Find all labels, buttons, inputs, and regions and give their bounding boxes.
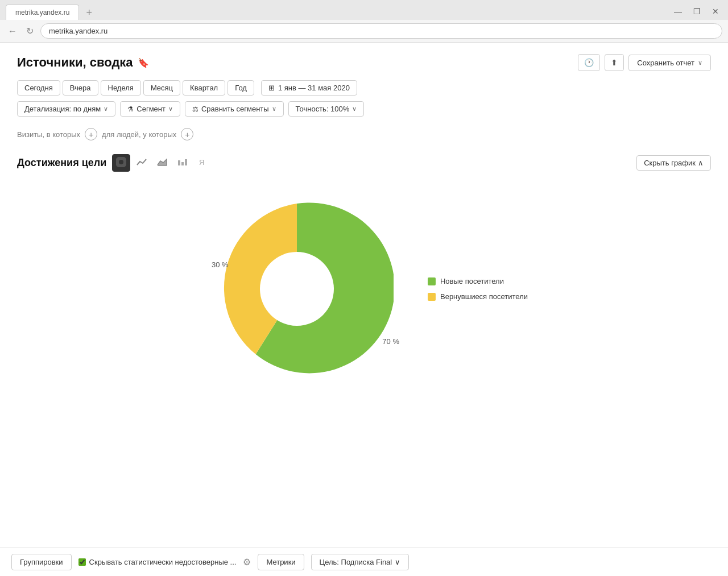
export-button[interactable]: ⬆ [605, 54, 624, 71]
add-people-condition-button[interactable]: + [181, 128, 193, 140]
main-content: Источники, сводка 🔖 🕐 ⬆ Сохранить отчет … [0, 43, 728, 425]
segment-row: Визиты, в которых + для людей, у которых… [17, 128, 711, 140]
donut-chart: 30 % 70 % [200, 192, 394, 386]
chart-type-bar[interactable] [173, 155, 192, 171]
legend-label-new: Новые посетители [440, 277, 504, 285]
refresh-button[interactable]: ↻ [24, 24, 36, 38]
accuracy-chevron: ∨ [352, 105, 357, 113]
filter-today[interactable]: Сегодня [17, 80, 60, 96]
yandex-icon: Я [198, 158, 208, 167]
chart-container: 30 % 70 % [17, 181, 711, 397]
minimize-button[interactable]: — [671, 6, 685, 17]
hide-chart-button[interactable]: Скрыть график ∧ [636, 155, 711, 171]
people-middle: для людей, у которых [102, 130, 176, 139]
chart-title-row: Достижения цели [17, 154, 212, 172]
window-controls: — ❐ ✕ [671, 6, 722, 19]
browser-tab[interactable]: metrika.yandex.ru [6, 5, 79, 20]
bookmark-icon[interactable]: 🔖 [138, 57, 149, 68]
segment-label: Сегмент [136, 105, 166, 113]
compare-filter-icon: ⚖ [192, 105, 198, 113]
svg-text:Я: Я [199, 158, 204, 167]
detail-chevron: ∨ [104, 105, 108, 113]
filter-yesterday[interactable]: Вчера [63, 80, 98, 96]
chart-header: Достижения цели [17, 154, 711, 172]
hide-chart-chevron: ∧ [698, 159, 704, 167]
line-icon [136, 158, 147, 166]
header-actions: 🕐 ⬆ Сохранить отчет ∨ [578, 54, 711, 71]
maximize-button[interactable]: ❐ [690, 6, 704, 17]
chart-type-area[interactable] [153, 155, 171, 171]
add-visit-condition-button[interactable]: + [85, 128, 97, 140]
chart-legend: Новые посетители Вернувшиеся посетители [428, 277, 528, 301]
visits-prefix: Визиты, в которых [17, 130, 80, 139]
svg-point-2 [119, 160, 123, 164]
page-title: Источники, сводка [17, 55, 133, 70]
browser-chrome: metrika.yandex.ru + — ❐ ✕ ← ↻ [0, 0, 728, 43]
area-icon [157, 158, 167, 166]
back-button[interactable]: ← [6, 25, 19, 38]
detail-label: Детализация: по дням [24, 105, 101, 113]
filter-week[interactable]: Неделя [101, 80, 141, 96]
close-button[interactable]: ✕ [709, 6, 722, 17]
detail-dropdown[interactable]: Детализация: по дням ∨ [17, 101, 115, 117]
label-30-pct: 30 % [212, 260, 229, 269]
save-report-chevron: ∨ [698, 59, 702, 67]
compare-dropdown[interactable]: ⚖ Сравнить сегменты ∨ [185, 101, 284, 117]
hide-chart-label: Скрыть график [644, 159, 696, 167]
address-bar-row: ← ↻ [0, 20, 728, 42]
tab-bar: metrika.yandex.ru + — ❐ ✕ [0, 0, 728, 20]
history-button[interactable]: 🕐 [578, 54, 600, 71]
calendar-icon: ⊞ [268, 84, 275, 92]
secondary-filters: Детализация: по дням ∨ ⚗ Сегмент ∨ ⚖ Сра… [17, 101, 711, 117]
filter-year[interactable]: Год [228, 80, 254, 96]
chart-type-buttons: Я [112, 154, 212, 172]
compare-label: Сравнить сегменты [201, 105, 269, 113]
legend-label-returning: Вернувшиеся посетители [440, 292, 528, 301]
filter-quarter[interactable]: Квартал [183, 80, 225, 96]
segment-dropdown[interactable]: ⚗ Сегмент ∨ [120, 101, 180, 117]
legend-item-returning: Вернувшиеся посетители [428, 292, 528, 301]
accuracy-dropdown[interactable]: Точность: 100% ∨ [288, 101, 365, 117]
address-input[interactable] [40, 23, 722, 39]
page-header: Источники, сводка 🔖 🕐 ⬆ Сохранить отчет … [17, 54, 711, 71]
filter-month[interactable]: Месяц [143, 80, 180, 96]
chart-type-yandex[interactable]: Я [194, 155, 212, 171]
date-range-label: 1 янв — 31 мая 2020 [278, 84, 350, 92]
chart-type-donut[interactable] [112, 154, 130, 172]
chart-section: Достижения цели [17, 154, 711, 397]
segment-chevron: ∨ [168, 105, 173, 113]
chart-title: Достижения цели [17, 157, 106, 169]
compare-chevron: ∨ [272, 105, 276, 113]
segment-filter-icon: ⚗ [127, 105, 134, 113]
svg-rect-5 [185, 159, 187, 165]
new-tab-button[interactable]: + [82, 6, 96, 19]
legend-color-green [428, 277, 436, 285]
chart-type-line[interactable] [133, 155, 151, 171]
accuracy-label: Точность: 100% [296, 105, 350, 113]
svg-point-7 [260, 252, 334, 326]
label-70-pct: 70 % [382, 337, 399, 346]
donut-svg [200, 192, 394, 386]
svg-rect-4 [181, 162, 184, 165]
date-filters: Сегодня Вчера Неделя Месяц Квартал Год ⊞… [17, 80, 711, 96]
save-report-button[interactable]: Сохранить отчет ∨ [628, 55, 711, 71]
page-title-row: Источники, сводка 🔖 [17, 55, 149, 70]
svg-rect-3 [178, 160, 180, 165]
date-range-button[interactable]: ⊞ 1 янв — 31 мая 2020 [261, 80, 357, 96]
legend-color-yellow [428, 293, 436, 301]
save-report-label: Сохранить отчет [637, 59, 694, 67]
bar-icon [177, 158, 188, 166]
legend-item-new: Новые посетители [428, 277, 528, 285]
donut-icon [116, 157, 126, 167]
